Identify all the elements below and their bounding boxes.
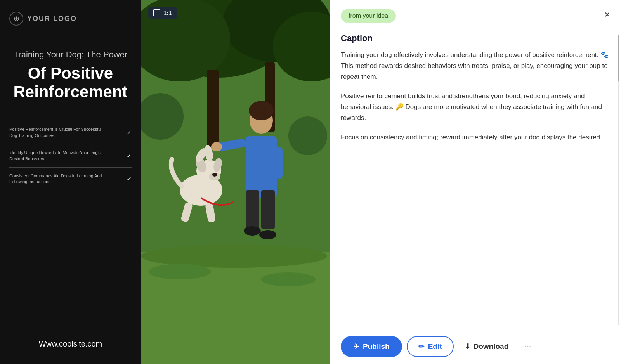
title-bold: Of Positive Reinforcement: [9, 64, 132, 102]
publish-button[interactable]: ✈ Publish: [341, 336, 402, 357]
checkmark-1: ✓: [127, 129, 132, 136]
checklist: Positive Reinforcement Is Crucial For Su…: [9, 121, 132, 191]
more-icon: ···: [524, 341, 531, 351]
scrollbar[interactable]: [619, 35, 621, 325]
checklist-text-1: Positive Reinforcement Is Crucial For Su…: [9, 127, 102, 139]
action-bar: ✈ Publish ✏ Edit ⬇ Download ···: [330, 329, 621, 364]
checklist-item-2: Identify Unique Rewards To Motivate Your…: [9, 144, 132, 168]
logo-icon: ⊕: [9, 12, 23, 26]
svg-rect-16: [246, 190, 259, 229]
svg-rect-5: [207, 70, 219, 147]
svg-rect-17: [261, 190, 275, 229]
right-panel-header: from your idea ×: [330, 0, 621, 29]
download-icon: ⬇: [465, 342, 470, 351]
middle-panel: 1:1: [141, 0, 330, 364]
aspect-badge[interactable]: 1:1: [148, 7, 177, 19]
download-button[interactable]: ⬇ Download: [458, 337, 515, 356]
title-light: Training Your Dog: The Power: [9, 49, 132, 61]
svg-point-26: [212, 173, 217, 177]
svg-point-20: [211, 142, 222, 151]
svg-point-32: [288, 116, 327, 155]
svg-rect-15: [275, 147, 283, 179]
svg-point-10: [261, 272, 316, 286]
publish-label: Publish: [363, 342, 390, 351]
caption-content: Caption Training your dog effectively in…: [330, 29, 621, 329]
logo-symbol: ⊕: [14, 14, 19, 23]
main-title-area: Training Your Dog: The Power Of Positive…: [9, 49, 132, 101]
checklist-item-3: Consistent Commands Aid Dogs In Learning…: [9, 168, 132, 191]
svg-point-9: [149, 264, 211, 279]
logo-area: ⊕ YOUR LOGO: [9, 12, 77, 26]
caption-heading: Caption: [341, 33, 610, 43]
more-options-button[interactable]: ···: [521, 338, 534, 355]
idea-badge: from your idea: [341, 9, 396, 23]
download-label: Download: [474, 342, 509, 351]
publish-icon: ✈: [353, 342, 359, 351]
left-panel: ⊕ YOUR LOGO Training Your Dog: The Power…: [0, 0, 141, 364]
svg-point-8: [141, 244, 327, 268]
checkmark-2: ✓: [127, 152, 132, 159]
checklist-text-3: Consistent Commands Aid Dogs In Learning…: [9, 173, 102, 185]
scroll-thumb[interactable]: [618, 35, 619, 81]
caption-paragraph-1: Training your dog effectively involves u…: [341, 50, 610, 82]
svg-point-19: [259, 230, 276, 239]
edit-button[interactable]: ✏ Edit: [407, 336, 454, 357]
edit-icon: ✏: [418, 342, 424, 351]
caption-paragraph-3: Focus on consistency and timing; reward …: [341, 132, 610, 143]
aspect-ratio-icon: [153, 9, 160, 16]
aspect-ratio-label: 1:1: [163, 10, 172, 16]
checklist-text-2: Identify Unique Rewards To Motivate Your…: [9, 150, 102, 162]
close-button[interactable]: ×: [604, 9, 610, 19]
dog-training-image: [141, 0, 330, 364]
right-panel: from your idea × Caption Training your d…: [330, 0, 621, 364]
caption-paragraph-2: Positive reinforcement builds trust and …: [341, 91, 610, 123]
svg-point-18: [244, 226, 261, 236]
website-url: Www.coolsite.com: [39, 340, 102, 348]
checkmark-3: ✓: [127, 175, 132, 183]
svg-point-13: [249, 101, 274, 120]
checklist-item-1: Positive Reinforcement Is Crucial For Su…: [9, 121, 132, 144]
edit-label: Edit: [428, 342, 442, 351]
svg-rect-11: [246, 136, 277, 198]
logo-text: YOUR LOGO: [27, 15, 77, 23]
